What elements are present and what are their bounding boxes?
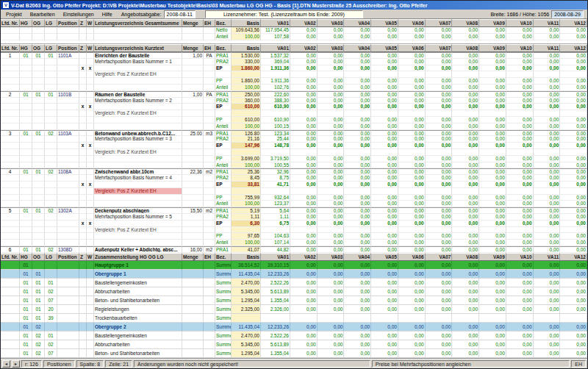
- va-zero-value[interactable]: 0,00: [290, 98, 318, 104]
- table-cell[interactable]: [204, 195, 215, 201]
- table-cell[interactable]: [204, 78, 215, 85]
- table-cell[interactable]: [344, 149, 371, 156]
- table-cell[interactable]: [215, 227, 232, 234]
- table-cell[interactable]: [79, 287, 87, 296]
- va-zero-value[interactable]: 0,00: [534, 221, 561, 227]
- table-cell[interactable]: [290, 188, 318, 195]
- va-zero-value[interactable]: 0,00: [506, 214, 534, 221]
- table-cell[interactable]: [1, 349, 20, 358]
- table-cell[interactable]: [534, 110, 561, 117]
- angebotsabgabe-value[interactable]: 2008-08-11: [164, 10, 196, 18]
- va01-value[interactable]: 100,55: [261, 162, 290, 169]
- va-zero-value[interactable]: 0,00: [426, 59, 453, 65]
- table-cell[interactable]: [87, 110, 94, 117]
- basis-value[interactable]: [232, 110, 261, 117]
- va-zero-value[interactable]: 0,00: [371, 207, 398, 214]
- bez-label[interactable]: PRA1: [215, 246, 232, 253]
- table-cell[interactable]: [57, 117, 79, 123]
- va-zero-value[interactable]: 0,00: [452, 246, 479, 253]
- table-cell[interactable]: [426, 149, 453, 156]
- va-zero-value[interactable]: 0,00: [344, 270, 371, 279]
- va-zero-value[interactable]: 0,00: [426, 143, 453, 149]
- va-zero-value[interactable]: 0,00: [479, 270, 506, 279]
- table-cell[interactable]: [32, 65, 45, 72]
- va-zero-value[interactable]: 0,00: [371, 246, 398, 253]
- hg-value[interactable]: 01: [20, 52, 32, 59]
- table-cell[interactable]: [87, 279, 94, 287]
- table-cell[interactable]: [32, 27, 45, 34]
- table-cell[interactable]: [1, 305, 20, 314]
- hg-value[interactable]: 01: [20, 261, 32, 270]
- table-cell[interactable]: [182, 143, 204, 149]
- table-cell[interactable]: [45, 227, 57, 234]
- table-cell[interactable]: [87, 340, 94, 349]
- basis-value[interactable]: 100,00: [232, 123, 261, 130]
- menu-bearbeiten[interactable]: Bearbeiten: [27, 10, 58, 18]
- va-zero-value[interactable]: 0,00: [318, 123, 345, 130]
- table-cell[interactable]: [87, 207, 94, 214]
- va-zero-value[interactable]: 0,00: [371, 340, 398, 349]
- table-cell[interactable]: [318, 71, 345, 78]
- table-cell[interactable]: [57, 34, 79, 40]
- va-zero-value[interactable]: 0,00: [371, 98, 398, 104]
- va-zero-value[interactable]: 0,00: [506, 246, 534, 253]
- va-zero-value[interactable]: 0,00: [506, 305, 534, 314]
- va-zero-value[interactable]: 0,00: [452, 98, 479, 104]
- va-zero-value[interactable]: 0,00: [534, 270, 561, 279]
- table-cell[interactable]: [45, 162, 57, 169]
- va-zero-value[interactable]: 0,00: [398, 85, 426, 91]
- z-flag[interactable]: x: [79, 65, 87, 72]
- va-zero-value[interactable]: 0,00: [506, 156, 534, 162]
- table-cell[interactable]: [57, 65, 79, 72]
- menu-projekt[interactable]: Projekt: [3, 10, 25, 18]
- table-cell[interactable]: [45, 221, 57, 227]
- va-zero-value[interactable]: 0,00: [371, 182, 398, 188]
- table-cell[interactable]: [57, 85, 79, 91]
- va-zero-value[interactable]: 0,00: [398, 221, 426, 227]
- table-cell[interactable]: [45, 156, 57, 162]
- va-zero-value[interactable]: 0,00: [560, 162, 587, 169]
- position-title[interactable]: Zwischenwand abbr.10cm: [94, 168, 182, 175]
- table-cell[interactable]: [94, 162, 182, 169]
- table-cell[interactable]: [20, 188, 32, 195]
- table-cell[interactable]: [87, 130, 94, 137]
- table-cell[interactable]: [452, 227, 479, 234]
- table-cell[interactable]: [182, 296, 204, 305]
- va-zero-value[interactable]: 0,00: [398, 201, 426, 207]
- table-cell[interactable]: [94, 123, 182, 130]
- table-cell[interactable]: [182, 261, 204, 270]
- table-cell[interactable]: [87, 136, 94, 143]
- lg-value[interactable]: 07: [45, 349, 57, 358]
- va-zero-value[interactable]: 0,00: [290, 296, 318, 305]
- table-cell[interactable]: [452, 314, 479, 323]
- table-cell[interactable]: [57, 71, 79, 78]
- va-zero-value[interactable]: 0,00: [506, 52, 534, 59]
- basis-value[interactable]: 109.643,56: [232, 27, 261, 34]
- bez-label[interactable]: Summe: [215, 279, 232, 287]
- va-zero-value[interactable]: 0,00: [398, 104, 426, 110]
- table-cell[interactable]: [45, 34, 57, 40]
- eh-value[interactable]: m2: [204, 246, 215, 253]
- va-zero-value[interactable]: 0,00: [560, 246, 587, 253]
- va-zero-value[interactable]: 0,00: [560, 123, 587, 130]
- va01-value[interactable]: [261, 314, 290, 323]
- table-cell[interactable]: [182, 349, 204, 358]
- va01-value[interactable]: 39.310,15: [261, 261, 290, 270]
- basis-value[interactable]: 21,16: [232, 136, 261, 143]
- table-cell[interactable]: [398, 227, 426, 234]
- bez-label[interactable]: Summe: [215, 261, 232, 270]
- va-zero-value[interactable]: 0,00: [371, 52, 398, 59]
- va-zero-value[interactable]: 0,00: [534, 261, 561, 270]
- va01-value[interactable]: 117.954,45: [261, 27, 290, 34]
- table-cell[interactable]: [79, 175, 87, 182]
- va-zero-value[interactable]: 0,00: [344, 143, 371, 149]
- lg-value[interactable]: 07: [45, 296, 57, 305]
- va-zero-value[interactable]: 0,00: [371, 296, 398, 305]
- va-zero-value[interactable]: 0,00: [426, 104, 453, 110]
- bez-label[interactable]: Anteil: [215, 34, 232, 40]
- table-cell[interactable]: [398, 188, 426, 195]
- va-zero-value[interactable]: 0,00: [534, 162, 561, 169]
- table-cell[interactable]: [215, 71, 232, 78]
- table-cell[interactable]: [94, 201, 182, 207]
- va-zero-value[interactable]: 0,00: [398, 98, 426, 104]
